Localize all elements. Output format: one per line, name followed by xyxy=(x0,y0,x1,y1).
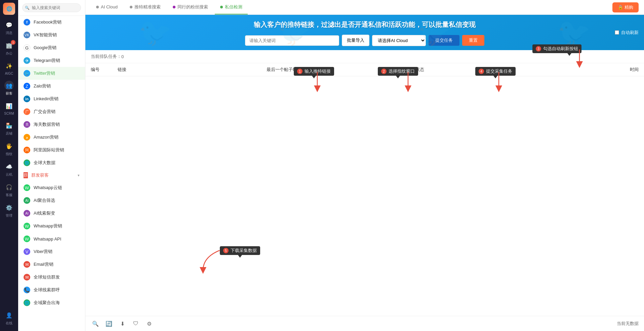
shop-icon: 🏪 xyxy=(4,121,14,130)
nav-item-whatsapp-marketing[interactable]: W Whatsapp营销 xyxy=(18,220,85,232)
google-icon: G xyxy=(24,44,30,51)
nav-item-linkedin[interactable]: in Linkedin营销 xyxy=(18,93,85,105)
chevron-down-icon: ▾ xyxy=(78,173,80,178)
contact-icon: 👤 xyxy=(4,310,14,320)
tab-dm-check[interactable]: 私信检测 xyxy=(215,0,248,14)
whatsapp-cloud-icon: W xyxy=(24,184,30,191)
tab-dot-dm-check xyxy=(220,6,223,8)
nav-item-phone[interactable]: 📞 全球线索群呼 xyxy=(18,284,85,296)
sidebar-item-contact[interactable]: 👤 在线 xyxy=(0,308,18,328)
sidebar-item-guide[interactable]: 🖐 指纹 xyxy=(0,139,18,159)
main-content: AI Cloud 推特精准搜索 同行的粉丝搜索 私信检测 🔒 精购 🐦 🐦 🐦 … xyxy=(85,0,644,331)
toolbar-row: 当前排队任务： 0 xyxy=(85,50,644,63)
facebook-icon: f xyxy=(24,19,30,26)
global-icon: 🌐 xyxy=(24,159,30,166)
aigc-icon: ✨ xyxy=(4,61,14,71)
col-header-link: 链接 xyxy=(118,67,267,73)
top-tabs: AI Cloud 推特精准搜索 同行的粉丝搜索 私信检测 🔒 精购 xyxy=(85,0,644,15)
phone-icon: 📞 xyxy=(24,287,30,293)
nav-item-ai-leads[interactable]: AI AI线索裂变 xyxy=(18,207,85,220)
cloud-select[interactable]: 请选择AI Cloud xyxy=(372,35,426,46)
nav-item-twitter[interactable]: 🐦 Twitter营销 xyxy=(18,67,85,80)
haiguan-icon: 关 xyxy=(24,121,30,128)
bottom-status: 当前无数据 xyxy=(617,321,639,327)
search-box xyxy=(18,0,85,16)
content-wrapper: 🐦 🐦 🐦 🐦 输入客户的推特链接，过滤出是否开通私信和活跃功能，可以批量私信变… xyxy=(85,15,644,331)
reset-button[interactable]: 重置 xyxy=(462,35,484,46)
sidebar-item-shop[interactable]: 🏪 店铺 xyxy=(0,118,18,139)
col-header-time: 最后一个帖子时间 xyxy=(267,67,415,73)
sidebar-item-customers[interactable]: 👥 获客 xyxy=(0,78,18,99)
tab-recommend[interactable]: 推特精准搜索 xyxy=(124,0,166,14)
search-input[interactable] xyxy=(22,3,81,12)
nav-item-sms[interactable]: ✉ 全球短信群发 xyxy=(18,271,85,284)
nav-item-facebook[interactable]: f Facebook营销 xyxy=(18,16,85,29)
col-header-time2: 时间 xyxy=(490,67,639,73)
whatsapp-api-icon: W xyxy=(24,235,30,242)
nav-item-guangjiao[interactable]: 广 广交会营销 xyxy=(18,105,85,118)
upgrade-button[interactable]: 🔒 精购 xyxy=(612,2,639,12)
tab-dot-recommend xyxy=(130,6,132,8)
all-merge-icon: 🌐 xyxy=(24,299,30,306)
nav-item-all-merge[interactable]: 🌐 全域聚合出海 xyxy=(18,296,85,309)
nav-item-zalo[interactable]: Z Zalo营销 xyxy=(18,80,85,93)
nav-item-ali[interactable]: 阿 阿里国际站营销 xyxy=(18,144,85,156)
telegram-icon: ✈ xyxy=(24,57,30,64)
scrm-icon: 📊 xyxy=(4,101,14,111)
cloud-icon: ☁️ xyxy=(4,162,14,171)
message-icon: 💬 xyxy=(4,20,14,30)
nav-item-viber[interactable]: V Viber营销 xyxy=(18,245,85,258)
settings-bottom-icon[interactable]: ⚙ xyxy=(145,319,154,328)
linkedin-icon: in xyxy=(24,96,30,102)
auto-refresh-area: 自动刷新 xyxy=(615,30,639,36)
nav-item-haiguan[interactable]: 关 海关数据营销 xyxy=(18,118,85,131)
sidebar-item-service[interactable]: 🎧 客服 xyxy=(0,180,18,200)
nav-item-google[interactable]: G Google营销 xyxy=(18,41,85,54)
tab-ai-cloud[interactable]: AI Cloud xyxy=(91,0,123,14)
office-badge: 1 xyxy=(11,40,15,45)
refresh-bottom-icon[interactable]: 🔄 xyxy=(104,319,114,328)
nav-item-whatsapp-cloud[interactable]: W Whatsapp云链 xyxy=(18,181,85,194)
table-body xyxy=(85,76,644,316)
whatsapp-marketing-icon: W xyxy=(24,223,30,229)
sidebar-item-aigc[interactable]: ✨ AIGC xyxy=(0,59,18,78)
nav-item-global[interactable]: 🌐 全球大数据 xyxy=(18,156,85,169)
vk-icon: VK xyxy=(24,32,30,38)
service-icon: 🎧 xyxy=(4,182,14,192)
viber-icon: V xyxy=(24,248,30,255)
nav-item-ai-filter[interactable]: AI AI聚合筛选 xyxy=(18,194,85,207)
col-header-no: 编号 xyxy=(91,67,118,73)
auto-refresh-checkbox[interactable] xyxy=(615,30,619,35)
tab-dot-ai-cloud xyxy=(96,6,99,8)
quanfa-icon: 群 xyxy=(24,172,28,178)
batch-import-button[interactable]: 批量导入 xyxy=(342,35,369,46)
twitter-icon: 🐦 xyxy=(24,70,30,77)
banner: 🐦 🐦 🐦 🐦 输入客户的推特链接，过滤出是否开通私信和活跃功能，可以批量私信变… xyxy=(85,15,644,50)
download-bottom-icon[interactable]: ⬇ xyxy=(118,319,127,328)
nav-item-amazon[interactable]: a Amazon营销 xyxy=(18,131,85,144)
search-bottom-icon[interactable]: 🔍 xyxy=(91,319,100,328)
app-logo: 🌐 xyxy=(3,3,15,15)
nav-item-whatsapp-api[interactable]: W Whatsapp API xyxy=(18,232,85,245)
guangjiao-icon: 广 xyxy=(24,108,30,115)
customers-icon: 👥 xyxy=(4,81,14,90)
icon-sidebar: 🌐 💬 消息 🏢 办公 1 ✨ AIGC 👥 获客 📊 SCRM 🏪 店铺 🖐 … xyxy=(0,0,18,331)
sidebar-item-cloud[interactable]: ☁️ 云机 xyxy=(0,159,18,180)
col-header-status: 状态 xyxy=(415,67,490,73)
sidebar-item-scrm[interactable]: 📊 SCRM xyxy=(0,99,18,118)
nav-item-vk[interactable]: VK VK智能营销 xyxy=(18,29,85,41)
shield-bottom-icon[interactable]: 🛡 xyxy=(131,319,140,328)
banner-keyword-input[interactable] xyxy=(245,35,339,46)
nav-item-email[interactable]: ✉ Email营销 xyxy=(18,258,85,271)
nav-section-quanfa[interactable]: 群 群发获客 ▾ xyxy=(18,169,85,181)
manage-icon: ⚙️ xyxy=(4,203,14,212)
sidebar-item-office[interactable]: 🏢 办公 1 xyxy=(0,38,18,59)
sidebar-item-message[interactable]: 💬 消息 xyxy=(0,17,18,38)
bottom-bar: 🔍 🔄 ⬇ 🛡 ⚙ 当前无数据 xyxy=(85,316,644,331)
tab-peers[interactable]: 同行的粉丝搜索 xyxy=(167,0,213,14)
submit-task-button[interactable]: 提交任务 xyxy=(429,35,459,46)
sms-icon: ✉ xyxy=(24,274,30,281)
nav-item-telegram[interactable]: ✈ Telegram营销 xyxy=(18,54,85,67)
banner-title: 输入客户的推特链接，过滤出是否开通私信和活跃功能，可以批量私信变现 xyxy=(93,20,636,29)
sidebar-item-manage[interactable]: ⚙️ 管理 xyxy=(0,200,18,221)
